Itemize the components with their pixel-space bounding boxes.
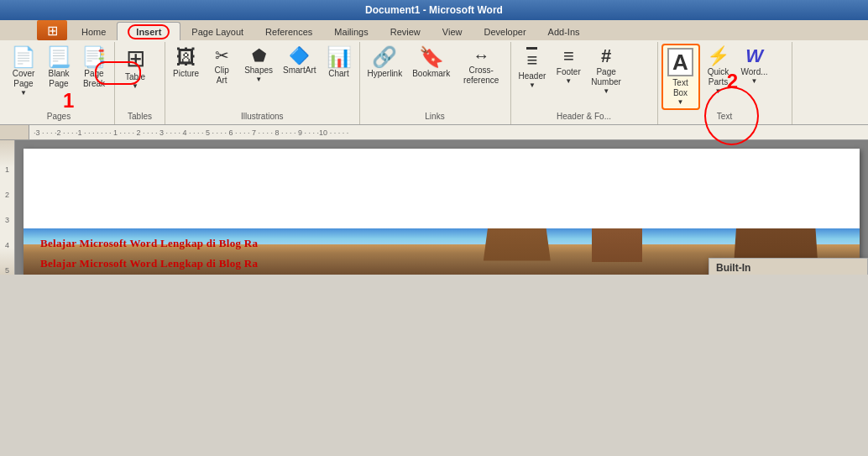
ribbon: ⊞ Home Insert Page Layout References Mai… [0, 20, 868, 125]
quick-parts-label: QuickParts [708, 67, 729, 87]
group-tables: ⊞ Table ▼ Tables [115, 42, 165, 124]
page-number-button[interactable]: # PageNumber ▼ [587, 44, 625, 98]
builtin-header: Built-In [709, 259, 867, 275]
page-break-icon: 📑 [81, 47, 107, 67]
title-bar: Document1 - Microsoft Word [0, 0, 868, 20]
pages-buttons: 📄 CoverPage ▼ 📃 BlankPage 📑 PageBreak [7, 44, 111, 110]
table-label: Table [125, 72, 145, 82]
word-art-label: Word... [741, 67, 768, 77]
clip-art-label: ClipArt [215, 66, 229, 86]
page-break-label: PageBreak [83, 69, 105, 89]
group-links: 🔗 Hyperlink 🔖 Bookmark ↔ Cross-reference… [360, 42, 511, 124]
group-pages: 📄 CoverPage ▼ 📃 BlankPage 📑 PageBreak Pa… [3, 42, 115, 124]
tab-review[interactable]: Review [379, 22, 431, 40]
shapes-icon: ⬟ [252, 47, 266, 64]
page-break-button[interactable]: 📑 PageBreak [77, 44, 111, 92]
header-icon: ≡ [526, 47, 537, 70]
footer-icon: ≡ [563, 47, 574, 66]
tab-mailings[interactable]: Mailings [323, 22, 379, 40]
tab-developer[interactable]: Developer [473, 22, 536, 40]
illustrations-buttons: 🖼 Picture ✂ ClipArt ⬟ Shapes ▼ 🔷 Sma [169, 44, 356, 110]
picture-button[interactable]: 🖼 Picture [169, 44, 203, 82]
hyperlink-label: Hyperlink [368, 69, 403, 79]
chart-button[interactable]: 📊 Chart [322, 44, 356, 82]
chart-icon: 📊 [327, 47, 352, 67]
links-group-label: Links [363, 110, 507, 123]
header-button[interactable]: ≡ Header ▼ [515, 44, 551, 92]
links-buttons: 🔗 Hyperlink 🔖 Bookmark ↔ Cross-reference [363, 44, 507, 110]
chart-label: Chart [328, 69, 348, 79]
tab-view[interactable]: View [431, 22, 473, 40]
tab-home[interactable]: Home [71, 22, 117, 40]
page-wrapper: Belajar Microsoft Word Lengkap di Blog R… [15, 140, 868, 275]
picture-icon: 🖼 [176, 47, 196, 67]
page-container: Belajar Microsoft Word Lengkap di Blog R… [15, 140, 868, 275]
hf-group-label: Header & Fo... [515, 110, 654, 123]
cross-reference-icon: ↔ [473, 47, 489, 64]
shapes-button[interactable]: ⬟ Shapes ▼ [240, 44, 277, 86]
illustrations-group-label: Illustrations [169, 110, 356, 123]
footer-label: Footer [557, 67, 581, 77]
page-number-label: PageNumber [591, 67, 621, 87]
annotation-1: 1 [63, 89, 74, 113]
text-box-button[interactable]: A TextBox ▼ [661, 44, 700, 110]
pages-group-label: Pages [7, 110, 111, 123]
text-box-icon: A [667, 48, 693, 76]
tab-references[interactable]: References [254, 22, 323, 40]
tables-group-label: Tables [118, 110, 161, 123]
tab-addins[interactable]: Add-Ins [537, 22, 591, 40]
text-group-label: Text [661, 110, 788, 123]
bookmark-button[interactable]: 🔖 Bookmark [408, 44, 454, 82]
bookmark-label: Bookmark [412, 69, 450, 79]
builtin-panel: Built-In Simple text box v...formatting … [709, 258, 868, 275]
group-illustrations: 🖼 Picture ✂ ClipArt ⬟ Shapes ▼ 🔷 Sma [165, 42, 360, 124]
blank-page-icon: 📃 [46, 47, 71, 67]
office-button[interactable]: ⊞ [37, 20, 67, 40]
cross-reference-label: Cross-reference [460, 66, 502, 86]
bookmark-icon: 🔖 [419, 47, 444, 67]
document-page: Belajar Microsoft Word Lengkap di Blog R… [24, 149, 860, 275]
vertical-ruler: 12345 [0, 140, 15, 275]
group-text: A TextBox ▼ ⚡ QuickParts ▼ W Word... ▼ [658, 42, 792, 124]
page-text-line-1: Belajar Microsoft Word Lengkap di Blog R… [40, 237, 860, 250]
page-text-area [24, 149, 860, 228]
document-area: 12345 Belajar [0, 140, 868, 275]
horizontal-ruler: ·3 · · · ·2 · · · ·1 · · · · · · · 1 · ·… [0, 125, 868, 140]
cover-page-label: CoverPage [13, 69, 35, 89]
shapes-label: Shapes [244, 66, 273, 76]
annotation-2: 2 [727, 70, 738, 93]
hf-buttons: ≡ Header ▼ ≡ Footer ▼ # PageNumber ▼ [515, 44, 654, 110]
tables-buttons: ⊞ Table ▼ [118, 44, 161, 110]
picture-label: Picture [173, 69, 199, 79]
quick-parts-icon: ⚡ [707, 47, 729, 66]
cover-page-button[interactable]: 📄 CoverPage ▼ [7, 44, 40, 100]
clip-art-button[interactable]: ✂ ClipArt [205, 44, 238, 89]
tab-page-layout[interactable]: Page Layout [180, 22, 254, 40]
table-button[interactable]: ⊞ Table ▼ [118, 44, 152, 93]
page-number-icon: # [601, 47, 611, 66]
tab-bar: ⊞ Home Insert Page Layout References Mai… [0, 20, 868, 40]
insert-circle-highlight: Insert [128, 24, 170, 39]
hyperlink-button[interactable]: 🔗 Hyperlink [363, 44, 407, 82]
tab-insert[interactable]: Insert [117, 22, 180, 40]
text-box-label: TextBox [672, 78, 688, 98]
word-art-button[interactable]: W Word... ▼ [737, 44, 772, 88]
smart-art-icon: 🔷 [289, 47, 310, 64]
smart-art-button[interactable]: 🔷 SmartArt [279, 44, 320, 79]
text-buttons: A TextBox ▼ ⚡ QuickParts ▼ W Word... ▼ [661, 44, 788, 110]
clip-art-icon: ✂ [215, 47, 229, 64]
word-art-icon: W [745, 47, 763, 66]
table-icon: ⊞ [126, 47, 145, 71]
blank-page-button[interactable]: 📃 BlankPage [42, 44, 76, 92]
title-text: Document1 - Microsoft Word [365, 4, 503, 16]
footer-button[interactable]: ≡ Footer ▼ [552, 44, 585, 88]
cover-page-icon: 📄 [11, 47, 36, 67]
header-label: Header [519, 71, 546, 81]
blank-page-label: BlankPage [48, 69, 69, 89]
group-header-footer: ≡ Header ▼ ≡ Footer ▼ # PageNumber ▼ [511, 42, 658, 124]
hyperlink-icon: 🔗 [372, 47, 397, 67]
cross-reference-button[interactable]: ↔ Cross-reference [456, 44, 506, 89]
smart-art-label: SmartArt [283, 66, 316, 76]
